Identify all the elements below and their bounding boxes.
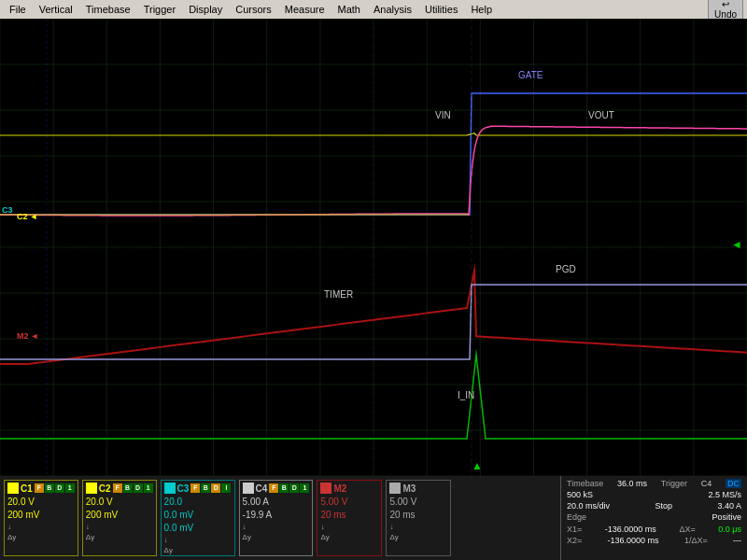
trigger-marker: ▲ [472,459,483,472]
scope-grid [0,19,747,476]
timebase-val: 36.0 ms [617,479,647,488]
menu-analysis[interactable]: Analysis [368,2,417,17]
menu-help[interactable]: Help [465,2,498,17]
menu-bar: File Vertical Timebase Trigger Display C… [0,0,747,19]
m3-box[interactable]: M3 5.00 V 20 ms ↓ Δy [386,480,451,556]
menu-vertical[interactable]: Vertical [34,2,78,17]
trig-level: 3.40 A [717,501,741,511]
iin-label: I_IN [458,390,474,400]
inv-dx-val: --- [733,536,741,545]
menu-file[interactable]: File [4,2,32,17]
vout-label: VOUT [588,110,614,120]
inv-dx-label: 1/ΔX= [684,536,708,545]
x1-label: X1= [567,525,582,534]
vin-label: VIN [435,110,451,120]
menu-math[interactable]: Math [332,2,366,17]
ch2-box[interactable]: C2 F B D 1 20.0 V 200 mV ↓ Δy [82,480,157,556]
right-panel: Timebase 36.0 ms Trigger C4 DC 500 kS 2.… [560,476,747,560]
trigger-arrow: ◄ [731,238,742,251]
dx-val: 0.0 μs [718,525,741,534]
menu-cursors[interactable]: Cursors [230,2,277,17]
c2-marker: C2 ◄ [17,212,37,221]
x1-val: -136.0000 ms [605,525,656,534]
timebase-label: Timebase [567,479,603,488]
ks-val: 500 kS [567,490,593,499]
pgd-label: PGD [556,264,576,274]
m2-marker: M2 ◄ [17,331,38,341]
ch3-box[interactable]: C3 F B D I 20.0 0.0 mV 0.0 mV ↓ Δy [161,480,235,556]
dx-label: ΔX= [679,525,695,534]
scope-display: GATE VIN VOUT TIMER PGD I_IN C2 ◄ M2 ◄ C… [0,19,747,476]
timer-label: TIMER [324,289,353,300]
gate-label: GATE [518,70,543,80]
trigger-label: Trigger [661,479,687,488]
tb-div: 20.0 ms/div [567,501,610,511]
menu-display[interactable]: Display [183,2,228,17]
ms-val: 2.5 MS/s [708,490,741,499]
menu-trigger[interactable]: Trigger [138,2,181,17]
x2-val: -136.0000 ms [608,536,659,545]
menu-measure[interactable]: Measure [279,2,331,17]
c3-label: C3 [2,205,13,215]
menu-timebase[interactable]: Timebase [80,2,136,17]
ch4-box[interactable]: C4 F B D 1 5.00 A -19.9 A ↓ Δy [239,480,314,556]
trigger-mode: DC [726,479,741,488]
stop-label: Stop [655,501,672,511]
x2-label: X2= [567,536,582,545]
m2-box[interactable]: M2 5.00 V 20 ms ↓ Δy [317,480,382,556]
ch1-box[interactable]: C1 F B D 1 20.0 V 200 mV ↓ Δy [4,480,78,556]
menu-utilities[interactable]: Utilities [419,2,463,17]
trigger-ch: C4 [701,479,712,488]
info-bar: C1 F B D 1 20.0 V 200 mV ↓ Δy C2 F B [0,476,747,560]
